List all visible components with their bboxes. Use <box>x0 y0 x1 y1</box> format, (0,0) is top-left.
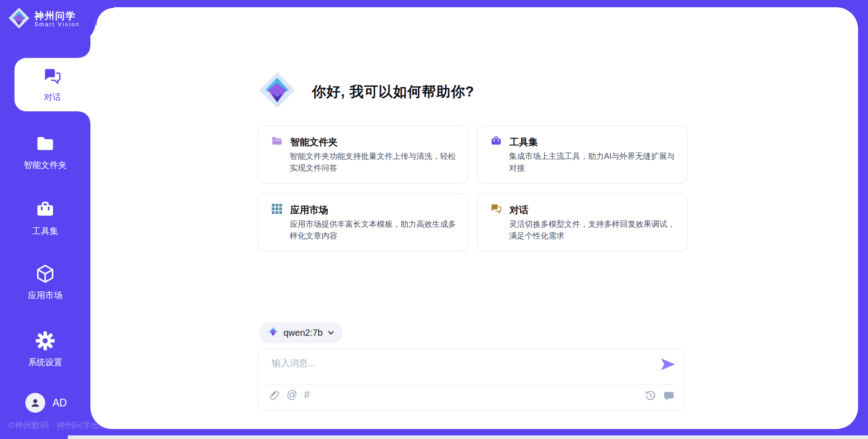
hash-icon[interactable]: # <box>304 389 310 401</box>
sidebar-item-smart-folder[interactable]: 智能文件夹 <box>0 133 90 171</box>
toolbox-icon <box>35 199 56 222</box>
card-title: 对话 <box>509 204 528 216</box>
sidebar-item-label: 对话 <box>44 91 61 103</box>
active-tab-fillet-bottom <box>79 111 90 123</box>
sidebar-item-label: 智能文件夹 <box>24 159 67 171</box>
card-title: 应用市场 <box>290 204 328 216</box>
brand-title: 神州问学 <box>34 10 80 21</box>
sidebar-item-chat[interactable]: 对话 <box>14 58 90 111</box>
sidebar-item-label: 应用市场 <box>28 290 62 301</box>
sidebar-item-toolset[interactable]: 工具集 <box>0 199 90 237</box>
history-clock-icon[interactable] <box>645 390 656 401</box>
brand-gem-icon <box>8 7 30 31</box>
card-title: 工具集 <box>509 136 538 148</box>
blob-fillet <box>96 7 114 25</box>
card-description: 应用市场提供丰富长文本模板，助力高效生成多样化文章内容 <box>290 218 460 242</box>
folder-icon <box>271 135 283 149</box>
composer-divider <box>265 384 678 385</box>
user-initials: AD <box>52 397 67 409</box>
model-gem-icon <box>267 326 279 339</box>
card-toolset[interactable]: 工具集 集成市场上主流工具，助力AI与外界无缝扩展与对接 <box>477 125 688 183</box>
sidebar-item-settings[interactable]: 系统设置 <box>0 330 90 368</box>
sidebar-item-label: 工具集 <box>33 225 58 237</box>
chat-bubble-icon[interactable] <box>663 390 675 402</box>
message-input[interactable] <box>271 356 661 383</box>
paperclip-icon[interactable] <box>269 389 280 401</box>
card-description: 灵活切换多模型文件，支持多样回复效果调试，满足个性化需求 <box>509 218 679 242</box>
copyright-note: ©神州数码 · 神州问学出品 <box>8 420 108 431</box>
card-app-market[interactable]: 应用市场 应用市场提供丰富长文本模板，助力高效生成多样化文章内容 <box>258 193 468 251</box>
greeting-title: 你好, 我可以如何帮助你? <box>312 82 474 101</box>
message-composer: @ # <box>258 348 685 411</box>
grid-icon <box>271 203 283 217</box>
send-plane-icon <box>660 357 676 372</box>
model-selector[interactable]: qwen2:7b <box>259 322 343 343</box>
app-window: 神州问学 Smart Vision 对话 智能文件夹 <box>0 0 868 439</box>
brand: 神州问学 Smart Vision <box>8 7 80 31</box>
brand-subtitle: Smart Vision <box>34 21 80 28</box>
card-title: 智能文件夹 <box>290 136 338 148</box>
card-chat[interactable]: 对话 灵活切换多模型文件，支持多样回复效果调试，满足个性化需求 <box>477 193 688 251</box>
person-icon <box>29 397 41 409</box>
active-tab-fillet-top <box>79 46 90 58</box>
horizontal-scrollbar[interactable] <box>68 435 868 439</box>
card-description: 智能文件夹功能支持批量文件上传与清洗，轻松实现文件问答 <box>290 150 460 174</box>
chat-bubbles-icon <box>490 203 502 217</box>
greeting-gem-icon <box>259 72 296 110</box>
card-smart-folder[interactable]: 智能文件夹 智能文件夹功能支持批量文件上传与清洗，轻松实现文件问答 <box>258 125 468 183</box>
at-sign-icon[interactable]: @ <box>287 389 297 401</box>
sidebar-item-app-market[interactable]: 应用市场 <box>0 263 90 301</box>
card-description: 集成市场上主流工具，助力AI与外界无缝扩展与对接 <box>509 150 679 174</box>
gear-icon <box>35 330 56 353</box>
chevron-down-icon <box>327 329 335 336</box>
model-name: qwen2:7b <box>283 328 323 338</box>
toolbox-icon <box>490 135 502 149</box>
sidebar-item-label: 系统设置 <box>28 357 62 368</box>
avatar <box>25 393 45 413</box>
chat-bubbles-icon <box>42 67 62 88</box>
send-button[interactable] <box>660 357 676 373</box>
user-account[interactable]: AD <box>0 393 90 413</box>
cube-icon <box>35 263 56 286</box>
folder-icon <box>35 133 56 156</box>
